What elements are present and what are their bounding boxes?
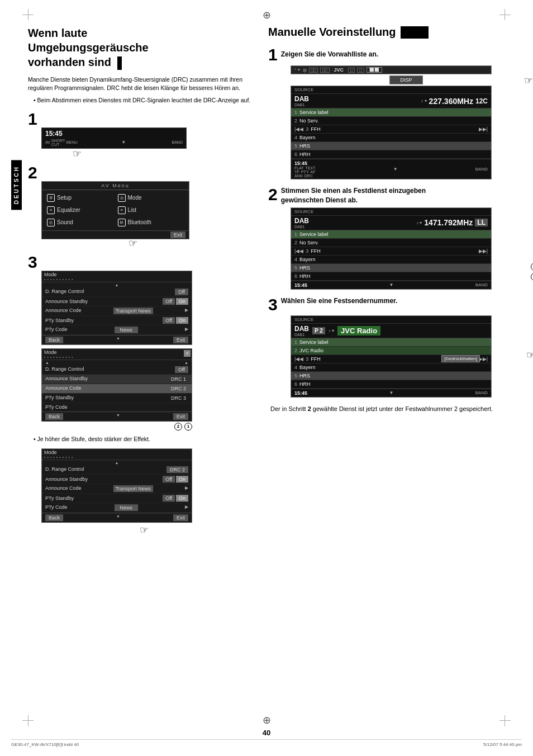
bullet2-text: • Je höher die Stufe, desto stärker der … — [28, 435, 257, 444]
bullet-text: • Beim Abstimmen eines Dienstes mit DRC-… — [28, 96, 257, 105]
right-step1-desc: Zeigen Sie die Vorwahlliste an. — [281, 46, 379, 59]
dab-top-bar-step1: * ✦ ◎ □□ □□ JVC □ □ ⬜⬜ — [291, 65, 492, 74]
right-column: Manuelle Voreinstellung 1 Zeigen Sie die… — [263, 26, 522, 704]
right-step2: 2 Stimmen Sie einen als Festdienst einzu… — [268, 186, 522, 290]
right-step3: 3 Wählen Sie eine Festsendernummer. SOUR… — [268, 296, 522, 398]
av-menu-mode[interactable]: ◎ Mode — [116, 192, 186, 204]
dab-screen-step1: SOURCE DAB DAB1 ♪ ▾ 227.360MHz 12C — [291, 86, 492, 179]
right-step1-number: 1 — [268, 46, 278, 63]
disp-button[interactable]: DISP — [389, 75, 423, 84]
step3-left: 3 Mode •••••••••• ▲ D. Range Control Off — [28, 254, 257, 431]
right-step2-desc2: gewünschten Dienst ab. — [281, 196, 426, 205]
dab-screen-step3: SOURCE DAB DAB1 P 2 ♪ ▾ JVC Radio — [291, 315, 492, 398]
step1-screen: 15:45 AV SHORTCUT MENU ▼ BAND — [41, 127, 187, 149]
av-menu-list[interactable]: ≡ List — [116, 205, 186, 216]
step2-number-left: 2 — [28, 164, 37, 181]
av-menu-setup[interactable]: ⚙ Setup — [45, 192, 115, 204]
left-column: DEUTSCH Wenn laute Umgebungsgeräusche vo… — [11, 26, 257, 704]
note-text: Der in Schritt 2 gewählte Dienst ist jet… — [270, 404, 522, 414]
av-menu-bluetooth[interactable]: bt Bluetooth — [116, 217, 186, 228]
deutsch-label: DEUTSCH — [11, 160, 22, 210]
intro-text: Manche Dienste bieten Dynamikumfang-Steu… — [28, 75, 257, 93]
right-step3-number: 3 — [268, 296, 278, 313]
mode-screen-2: Mode •••••••••• ▲ ▲ × D. Range Control O… — [41, 348, 192, 422]
left-section-title: Wenn laute Umgebungsgeräusche vorhanden … — [28, 26, 257, 70]
right-section-title: Manuelle Voreinstellung — [268, 26, 522, 39]
mode-screen-1: Mode •••••••••• ▲ D. Range Control Off A… — [41, 271, 192, 345]
av-menu-equalizer[interactable]: ≡ Equalizer — [45, 205, 115, 216]
step1-left: 1 15:45 AV SHORTCUT MENU ▼ BAND — [28, 111, 257, 160]
av-menu-sound[interactable]: ◎ Sound — [45, 217, 115, 228]
step1-number-left: 1 — [28, 111, 37, 127]
footer-left: GE30-47_KW-AVX710[E]f.indd 40 — [11, 742, 79, 747]
av-menu-exit[interactable]: Exit — [170, 231, 185, 238]
right-step2-number: 2 — [268, 186, 278, 203]
footer-right: 5/12/07 5:44:40 pm — [483, 742, 522, 747]
right-step2-desc1: Stimmen Sie einen als Festdienst einzuge… — [281, 186, 426, 196]
step2-left: 2 AV Menu ⚙ Setup ◎ Mode — [28, 164, 257, 249]
right-step1: 1 Zeigen Sie die Vorwahlliste an. * ✦ ◎ … — [268, 46, 522, 179]
step3-number-left: 3 — [28, 254, 37, 271]
page-number: 40 — [11, 729, 522, 737]
dab-screen-step2: SOURCE DAB DAB1 ♪ ▾ 1471.792MHz LL — [291, 207, 492, 290]
footer: GE30-47_KW-AVX710[E]f.indd 40 5/12/07 5:… — [11, 739, 522, 747]
mode-screen-3: Mode •••••••••• ▲ D. Range Control DRC 2… — [41, 448, 192, 523]
right-step3-desc: Wählen Sie eine Festsendernummer. — [281, 296, 398, 306]
av-menu-screen: AV Menu ⚙ Setup ◎ Mode ≡ Equa — [41, 181, 189, 239]
